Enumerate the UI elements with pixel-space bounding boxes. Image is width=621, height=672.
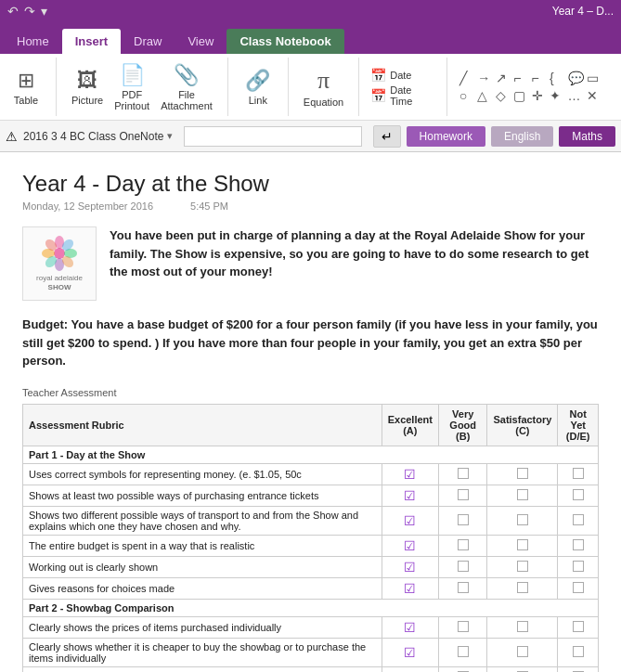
callout-tool[interactable]: 💬 (567, 70, 585, 86)
oval-tool[interactable]: ○ (459, 87, 475, 104)
table-row: Gives reasons for choices made☑ (23, 577, 599, 599)
file-attachment-button[interactable]: 📎 File Attachment (157, 61, 216, 113)
table-row: Uses correct symbols for representing mo… (23, 463, 599, 485)
star-tool[interactable]: ✦ (549, 87, 565, 104)
check-cell-excellent[interactable]: ☑ (382, 506, 438, 535)
check-cell-not_yet[interactable] (558, 577, 599, 599)
redo-button[interactable]: ↷ (24, 4, 35, 19)
check-cell-not_yet[interactable] (558, 666, 599, 672)
rubric-cell: The entire budget is spent in a way that… (23, 535, 382, 556)
check-cell-very_good[interactable] (438, 506, 486, 535)
datetime-button[interactable]: 📅 Date Time (370, 84, 434, 107)
table-button[interactable]: ⊞ Table (7, 67, 45, 108)
tab-english[interactable]: English (491, 126, 553, 147)
tab-maths[interactable]: Maths (559, 126, 615, 147)
title-bar-title: Year 4 – D... (552, 5, 614, 18)
checkbox-empty (458, 468, 469, 479)
table-icon: ⊞ (18, 69, 34, 93)
check-cell-very_good[interactable] (438, 535, 486, 556)
rubric-cell: Clearly shows the prices of items purcha… (23, 616, 382, 638)
arrow-tool[interactable]: → (476, 70, 493, 86)
equation-icon: π (317, 67, 330, 95)
pdf-icon: 📄 (120, 63, 145, 87)
rounded-rect-tool[interactable]: ▢ (512, 87, 529, 104)
budget-text: Budget: You have a base budget of $200 f… (22, 316, 599, 370)
check-cell-excellent[interactable]: ☑ (382, 638, 438, 666)
picture-icon: 🖼 (77, 69, 97, 93)
curly-tool[interactable]: { (549, 70, 565, 86)
quick-access-button[interactable]: ▾ (41, 4, 47, 19)
picture-button[interactable]: 🖼 Picture (68, 67, 107, 108)
checkbox-empty (573, 561, 584, 572)
check-cell-satisfactory[interactable] (487, 535, 558, 556)
check-cell-very_good[interactable] (438, 616, 486, 638)
check-cell-excellent[interactable]: ☑ (382, 577, 438, 599)
rubric-cell: Uses correct symbols for representing mo… (23, 463, 382, 485)
check-cell-excellent[interactable]: ☑ (382, 463, 438, 485)
check-cell-not_yet[interactable] (558, 556, 599, 577)
check-cell-excellent[interactable]: ☑ (382, 616, 438, 638)
rubric-cell: Gives reasons for choices made (23, 577, 382, 599)
check-cell-not_yet[interactable] (558, 485, 599, 506)
check-cell-very_good[interactable] (438, 485, 486, 506)
check-cell-very_good[interactable] (438, 638, 486, 666)
check-cell-not_yet[interactable] (558, 616, 599, 638)
corner-tool[interactable]: ⌐ (512, 70, 529, 86)
undo-button[interactable]: ↶ (7, 4, 19, 19)
check-cell-very_good[interactable] (438, 556, 486, 577)
check-cell-satisfactory[interactable] (487, 638, 558, 666)
notebook-icon: ⚠ (6, 129, 18, 144)
check-cell-excellent[interactable]: ☑ (382, 556, 438, 577)
check-cell-excellent[interactable]: ☑ (382, 485, 438, 506)
check-cell-satisfactory[interactable] (487, 577, 558, 599)
diamond-tool[interactable]: ◇ (495, 87, 511, 104)
pdf-button[interactable]: 📄 PDF Printout (110, 61, 153, 113)
equation-button[interactable]: π Equation (300, 65, 347, 110)
ribbon-group-datetime: 📅 Date 📅 Date Time (370, 58, 446, 116)
check-cell-not_yet[interactable] (558, 463, 599, 485)
checkbox-checked: ☑ (404, 560, 416, 575)
tab-home[interactable]: Home (4, 29, 62, 54)
more-tool[interactable]: … (567, 87, 585, 104)
triangle-tool[interactable]: △ (476, 87, 493, 104)
extra-tool[interactable]: ✕ (586, 87, 602, 104)
check-cell-satisfactory[interactable] (487, 485, 558, 506)
check-cell-very_good[interactable] (438, 463, 486, 485)
rubric-cell: Shows two different possible ways of tra… (23, 506, 382, 535)
check-cell-excellent[interactable]: ☑ (382, 535, 438, 556)
link-button[interactable]: 🔗 Link (239, 67, 277, 108)
date-button[interactable]: 📅 Date (370, 68, 434, 83)
tab-view[interactable]: View (175, 29, 226, 54)
tab-homework[interactable]: Homework (407, 126, 485, 147)
tab-draw[interactable]: Draw (121, 29, 175, 54)
bracket-tool[interactable]: ⌐ (531, 70, 548, 86)
table-row: Working out is clearly shown☑ (23, 666, 599, 672)
tab-insert[interactable]: Insert (62, 29, 121, 54)
rect-tool[interactable]: ▭ (586, 70, 602, 86)
check-cell-not_yet[interactable] (558, 638, 599, 666)
notebook-dropdown[interactable]: ▾ (167, 130, 173, 142)
check-cell-excellent[interactable]: ☑ (382, 666, 438, 672)
check-cell-satisfactory[interactable] (487, 616, 558, 638)
check-cell-satisfactory[interactable] (487, 506, 558, 535)
cross-tool[interactable]: ✛ (531, 87, 548, 104)
equation-label: Equation (304, 97, 343, 108)
rubric-cell: Working out is clearly shown (23, 556, 382, 577)
check-cell-not_yet[interactable] (558, 506, 599, 535)
bent-arrow-tool[interactable]: ↗ (495, 70, 511, 86)
check-cell-satisfactory[interactable] (487, 463, 558, 485)
tab-classnotebook[interactable]: Class Notebook (226, 29, 343, 54)
table-row: Shows two different possible ways of tra… (23, 506, 599, 535)
check-cell-not_yet[interactable] (558, 535, 599, 556)
col-satisfactory: Satisfactory (C) (487, 404, 558, 446)
notebook-search[interactable] (184, 126, 361, 147)
page-title: Year 4 - Day at the Show (22, 171, 599, 197)
ribbon-group-shapes: ╱ → ↗ ⌐ ⌐ { 💬 ▭ ○ △ ◇ ▢ ✛ ✦ … ✕ (459, 58, 614, 116)
check-cell-very_good[interactable] (438, 577, 486, 599)
line-tool[interactable]: ╱ (459, 70, 475, 86)
check-cell-very_good[interactable] (438, 666, 486, 672)
notebook-back-button[interactable]: ↵ (373, 125, 401, 148)
check-cell-satisfactory[interactable] (487, 556, 558, 577)
checkbox-checked: ☑ (404, 538, 416, 553)
check-cell-satisfactory[interactable] (487, 666, 558, 672)
